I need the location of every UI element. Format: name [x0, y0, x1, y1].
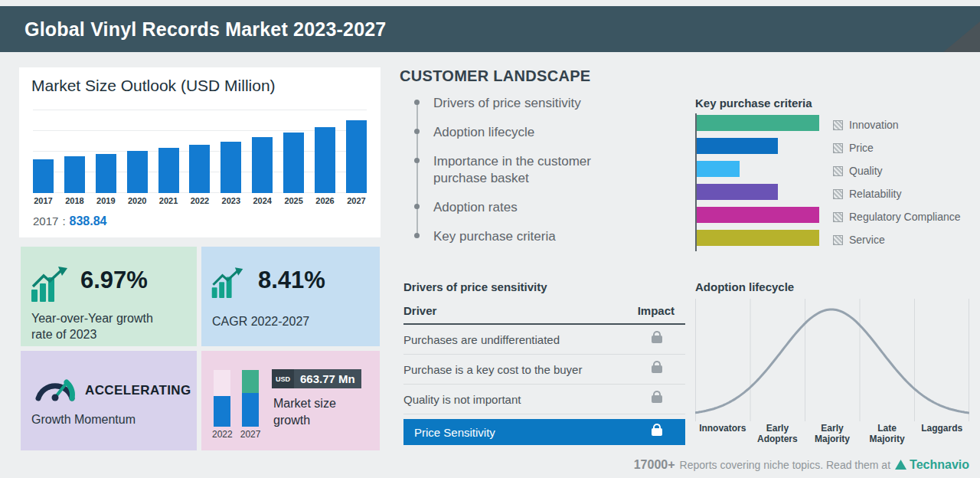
landscape-item-adoption-rates: Adoption rates — [413, 199, 643, 216]
market-size-panel: Market Size Outlook (USD Million) 201720… — [19, 67, 381, 237]
kpc-legend: Innovation Price Quality Relatability Re… — [833, 116, 961, 254]
header-bar: Global Vinyl Records Market 2023-2027 — [0, 6, 980, 52]
footer-text: Reports covering niche topics. Read them… — [680, 459, 890, 471]
highlight-text: Price Sensitivity — [414, 426, 495, 439]
bell-curve-line — [695, 309, 969, 413]
price-sensitivity-table: Driver Impact Purchases are undifferenti… — [403, 300, 685, 445]
lock-icon — [652, 365, 662, 373]
legend-swatch-icon — [833, 143, 843, 153]
cagr-trend-icon — [211, 267, 249, 300]
market-bar-2025 — [283, 133, 304, 193]
cagr-label: CAGR 2022-2027 — [212, 314, 346, 330]
growth-mini-chart: 2022 2027 — [212, 370, 260, 440]
legend-label: Quality — [849, 165, 883, 177]
mini-bar-growth-segment — [242, 370, 259, 393]
mini-bar-2027 — [242, 370, 259, 427]
table-row: Purchases are undifferentiated — [403, 325, 685, 355]
stage-late-majority: Late Majority — [860, 423, 915, 445]
price-sensitivity-title: Drivers of price sensitivity — [403, 280, 547, 293]
brand-name: Technavio — [910, 458, 969, 472]
legend-label: Price — [849, 142, 874, 154]
adoption-lifecycle-labels: Innovators Early Adopters Early Majority… — [695, 423, 969, 445]
momentum-label: Growth Momentum — [31, 412, 165, 428]
legend-label: Innovation — [849, 119, 899, 131]
legend-item-price: Price — [833, 139, 961, 156]
speedometer-icon — [33, 372, 77, 401]
mini-year-end: 2027 — [240, 429, 261, 440]
market-bar-2020 — [127, 151, 148, 193]
adoption-lifecycle-chart — [695, 299, 969, 421]
stage-laggards: Laggards — [914, 423, 969, 445]
market-year-label: 2021 — [157, 196, 180, 205]
growth-label: Market size growth — [273, 395, 358, 428]
cagr-value: 8.41% — [258, 267, 325, 294]
legend-swatch-icon — [833, 166, 843, 176]
market-size-title: Market Size Outlook (USD Million) — [31, 77, 276, 95]
mini-bar-2022 — [214, 396, 230, 427]
driver-text: Purchase is a key cost to the buyer — [403, 363, 582, 376]
yoy-growth-label: Year-over-Year growth rate of 2023 — [31, 311, 165, 343]
market-year-label: 2026 — [314, 196, 337, 205]
market-year-label: 2018 — [63, 196, 86, 205]
growth-amount: 663.77 Mn — [294, 369, 361, 388]
kpc-bar-regulatory-compliance — [697, 207, 819, 223]
legend-swatch-icon — [833, 212, 843, 222]
driver-text: Quality is not important — [403, 393, 521, 406]
base-year-value: 838.84 — [70, 214, 107, 228]
market-year-label: 2025 — [283, 196, 305, 205]
market-bar-2023 — [220, 142, 241, 193]
landscape-item-adoption-lifecycle: Adoption lifecycle — [413, 124, 643, 141]
table-row: Quality is not important — [403, 385, 685, 414]
market-bar-2022 — [189, 145, 210, 193]
market-year-label: 2027 — [345, 196, 368, 205]
lock-icon — [652, 395, 662, 403]
momentum-value: ACCELERATING — [85, 383, 191, 398]
customer-landscape-list: Drivers of price sensitivity Adoption li… — [413, 95, 643, 258]
market-bar-2021 — [158, 148, 179, 193]
mini-ghost-bar — [214, 370, 230, 427]
legend-item-service: Service — [833, 231, 961, 248]
legend-item-quality: Quality — [833, 162, 961, 179]
growth-amount-badge: USD 663.77 Mn — [272, 369, 361, 388]
kpc-bar-innovation — [697, 115, 819, 131]
market-size-growth-card: 2022 2027 USD 663.77 Mn Market size grow… — [201, 351, 380, 450]
table-row: Purchase is a key cost to the buyer — [403, 355, 685, 385]
legend-item-innovation: Innovation — [833, 116, 961, 133]
landscape-item-purchase-basket: Importance in the customer purchase bask… — [413, 153, 617, 187]
kpc-bar-quality — [697, 161, 740, 177]
column-driver: Driver — [403, 304, 436, 317]
kpc-bar-chart — [697, 115, 819, 253]
lock-icon — [652, 336, 662, 343]
mini-chart-col-start: 2022 — [212, 370, 233, 440]
mini-bar-base-segment — [242, 393, 259, 427]
kpc-bar-price — [697, 138, 778, 154]
market-year-label: 2023 — [220, 196, 243, 205]
currency-label: USD — [272, 369, 294, 388]
growth-momentum-card: ACCELERATING Growth Momentum — [21, 351, 197, 450]
yoy-growth-value: 6.97% — [80, 267, 148, 294]
market-bar-2019 — [96, 154, 116, 193]
base-year-row: 2017:838.84 — [33, 214, 106, 228]
market-size-year-labels: 2017201820192020202120222023202420252026… — [33, 196, 367, 205]
technavio-link[interactable]: Technavio — [895, 458, 969, 472]
price-sensitivity-highlight-row: Price Sensitivity — [403, 419, 685, 445]
landscape-item-key-purchase-criteria: Key purchase criteria — [413, 228, 643, 245]
market-size-bar-chart — [33, 109, 367, 193]
page-title: Global Vinyl Records Market 2023-2027 — [24, 18, 386, 41]
adoption-lifecycle-title: Adoption lifecycle — [695, 280, 794, 293]
market-year-label: 2019 — [94, 196, 117, 205]
kpc-bar-relatability — [697, 184, 778, 200]
legend-label: Service — [849, 234, 885, 246]
market-bar-2027 — [346, 120, 367, 193]
landscape-item-price-sensitivity: Drivers of price sensitivity — [413, 95, 643, 112]
customer-landscape-title: CUSTOMER LANDSCAPE — [400, 67, 591, 85]
legend-item-relatability: Relatability — [833, 185, 961, 202]
stage-early-adopters: Early Adopters — [750, 423, 805, 445]
market-bar-2018 — [64, 156, 85, 193]
market-year-label: 2017 — [32, 196, 55, 205]
market-bar-2017 — [33, 159, 54, 193]
market-year-label: 2024 — [251, 196, 274, 205]
base-year-separator: : — [62, 214, 65, 228]
mini-year-start: 2022 — [212, 429, 233, 440]
kpc-bar-service — [697, 230, 819, 246]
